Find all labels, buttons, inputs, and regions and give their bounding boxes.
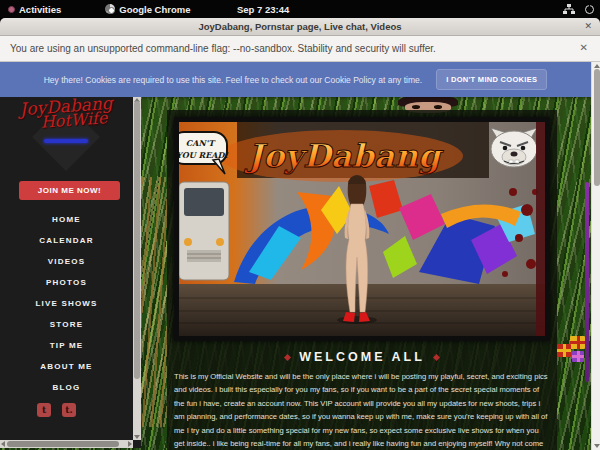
scroll-down-icon[interactable] (594, 444, 600, 448)
flag-warning-bar: You are using an unsupported command-lin… (0, 36, 600, 62)
welcome-paragraph: This is my Official Website and will be … (174, 370, 550, 450)
window-close-button[interactable]: ✕ (584, 21, 592, 31)
cookie-notice-bar: Hey there! Cookies are required to use t… (0, 62, 591, 97)
activities-icon (8, 6, 15, 13)
sidebar-item-calendar[interactable]: CALENDAR (0, 230, 133, 251)
app-menu-google-chrome[interactable]: Google Chrome (97, 0, 198, 18)
twitter-icon[interactable]: t (37, 403, 51, 417)
scroll-left-icon[interactable] (1, 441, 5, 447)
clock-label: Sep 7 23:44 (237, 4, 289, 15)
network-icon[interactable] (563, 4, 575, 15)
main-content-panel: JoyDabang CAN'T YOU READ! (167, 110, 557, 450)
graffiti-title-text: JoyDabang (244, 137, 444, 175)
join-me-now-button[interactable]: JOIN ME NOW! (19, 181, 120, 200)
hero-image: JoyDabang CAN'T YOU READ! (174, 117, 550, 341)
sidebar-horizontal-scrollbar[interactable] (0, 440, 133, 448)
face-eye-right (434, 105, 442, 109)
window-title: JoyDabang, Pornstar page, Live chat, Vid… (0, 21, 600, 32)
cookie-notice-text: Hey there! Cookies are required to use t… (44, 75, 422, 85)
flag-warning-close-button[interactable]: ✕ (580, 42, 588, 53)
graffiti-scene: JoyDabang CAN'T YOU READ! (179, 122, 545, 336)
bulldog-graffiti-icon (491, 128, 537, 167)
welcome-heading-row: WELCOME ALL (167, 350, 557, 364)
screen: Activities Google Chrome Sep 7 23:44 Joy… (0, 0, 600, 450)
sidebar-item-about-me[interactable]: ABOUT ME (0, 356, 133, 377)
bubble-line-1: CAN'T (186, 138, 216, 148)
sidebar-item-store[interactable]: STORE (0, 314, 133, 335)
sidebar-item-home[interactable]: HOME (0, 209, 133, 230)
site-logo[interactable]: JoyDabang HotWife (0, 97, 133, 132)
sidebar-vertical-scrollbar[interactable] (133, 97, 141, 440)
activities-button[interactable]: Activities (0, 0, 69, 18)
cookie-accept-button[interactable]: I DON'T MIND COOKIES (436, 69, 547, 90)
chrome-icon (105, 4, 115, 14)
sidebar-link[interactable] (44, 139, 88, 143)
clock[interactable]: Sep 7 23:44 (237, 0, 289, 18)
scroll-down-icon[interactable] (134, 435, 140, 439)
purple-pole (585, 182, 589, 382)
sidebar-item-tip-me[interactable]: TIP ME (0, 335, 133, 356)
welcome-heading: WELCOME ALL (299, 350, 425, 364)
flag-warning-text: You are using an unsupported command-lin… (10, 43, 436, 54)
browser-vertical-scrollbar[interactable] (591, 62, 600, 450)
sidebar-horizontal-scroll-thumb[interactable] (7, 441, 119, 447)
gnome-top-bar: Activities Google Chrome Sep 7 23:44 (0, 0, 600, 18)
activities-label: Activities (19, 4, 61, 15)
social-icons: t t. (37, 403, 76, 417)
browser-scroll-thumb[interactable] (594, 69, 600, 186)
app-menu-label: Google Chrome (119, 4, 190, 15)
truck (179, 182, 229, 280)
page-viewport: Hey there! Cookies are required to use t… (0, 62, 600, 450)
sidebar-item-blog[interactable]: BLOG (0, 377, 133, 398)
diamond-icon (433, 353, 440, 360)
sidebar-item-live-shows[interactable]: LIVE SHOWS (0, 293, 133, 314)
sidebar: JoyDabang HotWife JOIN ME NOW! HOME CALE… (0, 97, 141, 448)
window-titlebar: JoyDabang, Pornstar page, Live chat, Vid… (0, 18, 600, 36)
gift-box-yellow (570, 336, 585, 349)
sidebar-item-videos[interactable]: VIDEOS (0, 251, 133, 272)
power-icon[interactable] (585, 5, 594, 14)
tumblr-icon[interactable]: t. (62, 403, 76, 417)
scroll-right-icon[interactable] (128, 441, 132, 447)
sidebar-content: JoyDabang HotWife JOIN ME NOW! HOME CALE… (0, 97, 133, 440)
gift-box-purple (572, 351, 584, 362)
diamond-icon (284, 353, 291, 360)
sidebar-menu: HOME CALENDAR VIDEOS PHOTOS LIVE SHOWS S… (0, 209, 133, 398)
gift-box-red (557, 344, 571, 357)
face-eye-left (412, 105, 420, 109)
system-tray (563, 0, 596, 18)
bubble-line-2: YOU READ! (179, 150, 228, 160)
sidebar-item-photos[interactable]: PHOTOS (0, 272, 133, 293)
sidebar-vertical-scroll-thumb[interactable] (134, 101, 140, 379)
scroll-up-icon[interactable] (594, 64, 600, 68)
